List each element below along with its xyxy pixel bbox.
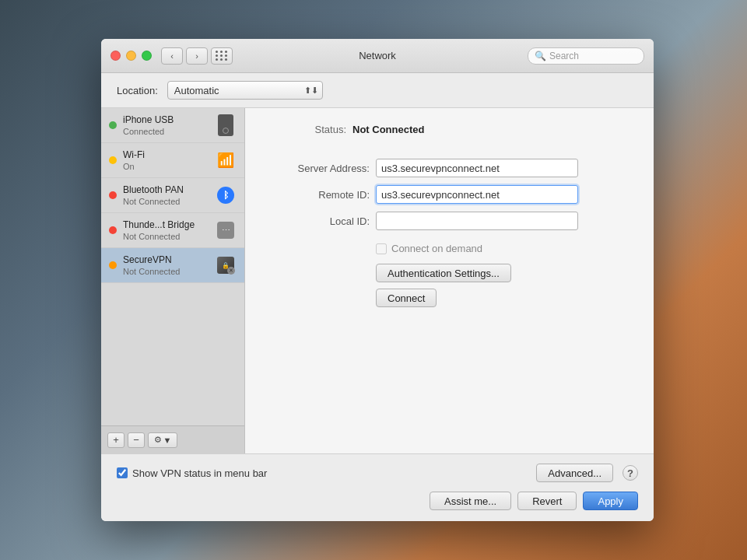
traffic-lights	[110, 51, 152, 61]
forward-icon: ›	[195, 51, 198, 61]
network-info-iphone: iPhone USB Connected	[123, 114, 209, 136]
show-vpn-checkbox[interactable]	[117, 467, 128, 478]
iphone-icon	[218, 114, 233, 136]
connect-on-demand-row: Connect on demand	[376, 243, 630, 254]
show-vpn-label: Show VPN status in menu bar	[132, 467, 531, 479]
status-dot-wifi	[109, 156, 117, 164]
bluetooth-icon: ᛒ	[217, 187, 234, 204]
network-status-wifi: On	[123, 162, 209, 171]
location-select-wrapper: Automatic Home Work Edit Locations... ⬆⬇	[167, 81, 323, 100]
sidebar-item-bluetooth[interactable]: Bluetooth PAN Not Connected ᛒ	[101, 178, 244, 213]
remote-id-input[interactable]	[376, 185, 578, 204]
server-address-input[interactable]	[376, 159, 578, 177]
back-icon: ‹	[170, 51, 174, 61]
local-id-input[interactable]	[376, 212, 578, 230]
location-select[interactable]: Automatic Home Work Edit Locations...	[167, 81, 323, 100]
grid-button[interactable]	[211, 47, 233, 65]
network-status-iphone: Connected	[123, 127, 209, 136]
network-list: iPhone USB Connected Wi-Fi On 📶	[101, 108, 244, 425]
close-button[interactable]	[110, 51, 121, 61]
local-id-row: Local ID:	[268, 212, 630, 230]
status-label: Status:	[268, 124, 346, 135]
maximize-button[interactable]	[142, 51, 152, 61]
vpn-icon-container: 🔒	[215, 254, 237, 276]
form-fields: Server Address: Remote ID: Local ID:	[268, 159, 630, 230]
revert-button[interactable]: Revert	[517, 492, 577, 510]
advanced-button[interactable]: Advanced...	[536, 464, 613, 482]
remote-id-row: Remote ID:	[268, 185, 630, 204]
server-address-label: Server Address:	[268, 163, 370, 174]
help-button[interactable]: ?	[622, 465, 638, 481]
gear-menu-button[interactable]: ⚙ ▼	[148, 432, 177, 448]
status-row: Status: Not Connected	[268, 124, 630, 135]
gear-arrow-icon: ▼	[163, 436, 172, 445]
sidebar-item-thunderbolt[interactable]: Thunde...t Bridge Not Connected ⋯	[101, 213, 244, 248]
sidebar: iPhone USB Connected Wi-Fi On 📶	[101, 108, 245, 453]
network-name-securevpn: SecureVPN	[123, 254, 209, 267]
status-dot-thunderbolt	[109, 226, 117, 234]
server-address-row: Server Address:	[268, 159, 630, 177]
network-info-bluetooth: Bluetooth PAN Not Connected	[123, 184, 209, 206]
minimize-button[interactable]	[126, 51, 136, 61]
status-dot-iphone	[109, 121, 117, 129]
back-button[interactable]: ‹	[161, 47, 183, 65]
add-network-button[interactable]: +	[107, 432, 124, 448]
network-name-wifi: Wi-Fi	[123, 149, 209, 162]
action-buttons-col: Authentication Settings... Connect	[376, 264, 630, 307]
auth-settings-button[interactable]: Authentication Settings...	[376, 264, 511, 282]
thunderbolt-icon: ⋯	[217, 222, 234, 239]
sidebar-item-iphone-usb[interactable]: iPhone USB Connected	[101, 108, 244, 143]
connect-on-demand-label: Connect on demand	[391, 243, 482, 254]
network-name-thunderbolt: Thunde...t Bridge	[123, 219, 209, 232]
location-label: Location:	[117, 85, 158, 96]
gear-icon: ⚙	[154, 435, 162, 445]
network-status-thunderbolt: Not Connected	[123, 232, 209, 241]
bluetooth-icon-container: ᛒ	[215, 184, 237, 206]
iphone-icon-container	[215, 114, 237, 136]
sidebar-toolbar: + − ⚙ ▼	[101, 425, 244, 453]
wifi-icon-container: 📶	[215, 149, 237, 171]
apply-button[interactable]: Apply	[583, 492, 638, 510]
window-title: Network	[359, 50, 396, 61]
sidebar-item-wifi[interactable]: Wi-Fi On 📶	[101, 143, 244, 178]
status-dot-bluetooth	[109, 191, 117, 199]
network-name-bluetooth: Bluetooth PAN	[123, 184, 209, 197]
search-icon: 🔍	[535, 51, 546, 61]
status-value: Not Connected	[352, 124, 424, 135]
wifi-icon: 📶	[217, 152, 234, 169]
main-content: iPhone USB Connected Wi-Fi On 📶	[101, 108, 654, 453]
network-name-iphone: iPhone USB	[123, 114, 209, 127]
remove-network-button[interactable]: −	[128, 432, 145, 448]
window-action-buttons: Assist me... Revert Apply	[117, 492, 638, 521]
remote-id-label: Remote ID:	[268, 189, 370, 201]
titlebar: ‹ › Network 🔍	[101, 39, 654, 73]
thunderbolt-icon-container: ⋯	[215, 219, 237, 241]
search-input[interactable]	[549, 51, 637, 61]
network-info-securevpn: SecureVPN Not Connected	[123, 254, 209, 276]
network-preferences-window: ‹ › Network 🔍 Location: Automatic Home	[101, 39, 654, 521]
local-id-label: Local ID:	[268, 215, 370, 227]
grid-icon	[216, 51, 228, 61]
network-info-thunderbolt: Thunde...t Bridge Not Connected	[123, 219, 209, 241]
status-dot-securevpn	[109, 261, 117, 269]
nav-buttons: ‹ ›	[161, 47, 208, 65]
connect-on-demand-checkbox[interactable]	[376, 243, 387, 254]
forward-button[interactable]: ›	[186, 47, 208, 65]
network-info-wifi: Wi-Fi On	[123, 149, 209, 171]
assist-me-button[interactable]: Assist me...	[430, 492, 511, 510]
show-vpn-row: Show VPN status in menu bar Advanced... …	[117, 464, 638, 482]
spacer	[268, 323, 630, 438]
sidebar-item-securevpn[interactable]: SecureVPN Not Connected 🔒	[101, 248, 244, 283]
network-status-securevpn: Not Connected	[123, 267, 209, 276]
vpn-icon: 🔒	[217, 257, 234, 274]
bottom-area: Show VPN status in menu bar Advanced... …	[101, 453, 654, 521]
detail-panel: Status: Not Connected Server Address: Re…	[245, 108, 654, 453]
search-box[interactable]: 🔍	[528, 47, 644, 65]
network-status-bluetooth: Not Connected	[123, 197, 209, 206]
location-bar: Location: Automatic Home Work Edit Locat…	[101, 73, 654, 108]
connect-button[interactable]: Connect	[376, 289, 437, 307]
